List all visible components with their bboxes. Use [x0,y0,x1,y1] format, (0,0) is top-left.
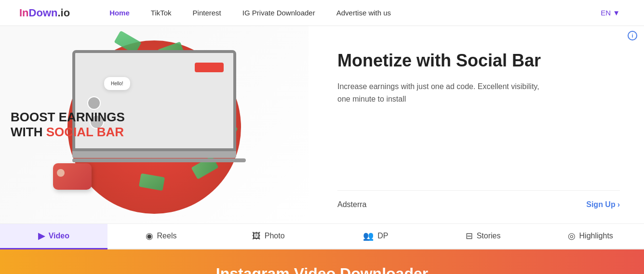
wallet-clasp [57,169,65,177]
tab-stories[interactable]: ⊟ Stories [429,224,537,249]
language-selector[interactable]: EN ▼ [596,0,625,26]
boost-line1: BOOST EARNINGS [11,110,125,125]
photo-icon: 🖼 [252,231,261,241]
tab-video[interactable]: ▶ Video [0,224,107,249]
logo-in: In [19,7,29,19]
laptop-foot [72,158,246,162]
logo-down: Down [29,7,58,19]
ad-image: Hello! BOOST EARNINGS [0,26,309,223]
ad-content: Monetize with Social Bar Increase earnin… [309,26,644,223]
highlights-icon: ◎ [568,231,576,241]
tab-reels-label: Reels [157,232,177,240]
hero-section: Instagram Video Downloader [0,249,644,274]
ad-brand: Adsterra [337,200,366,209]
boost-text: BOOST EARNINGS WITH SOCIAL BAR [11,110,125,140]
boost-line2a: WITH [11,125,46,139]
ad-banner: Hello! BOOST EARNINGS [0,26,644,224]
logo[interactable]: InDown.io [19,7,70,19]
language-label: EN [601,9,611,17]
main-nav: Home TikTok Pinterest IG Private Downloa… [99,0,596,26]
boost-social-bar: SOCIAL BAR [46,125,124,139]
ad-title: Monetize with Social Bar [337,50,620,71]
nav-item-pinterest[interactable]: Pinterest [182,0,232,26]
ad-visual: Hello! BOOST EARNINGS [0,26,309,223]
tab-bar: ▶ Video ◉ Reels 🖼 Photo 👥 DP ⊟ Stories ◎… [0,224,644,249]
tab-dp-label: DP [377,232,388,240]
laptop-base [72,151,236,158]
tab-photo-label: Photo [265,232,285,240]
tab-reels[interactable]: ◉ Reels [107,224,215,249]
tab-highlights-label: Highlights [579,232,613,240]
ad-body: Monetize with Social Bar Increase earnin… [337,50,620,105]
logo-io: .io [57,7,70,19]
chevron-right-icon: › [617,200,620,209]
tab-video-label: Video [49,232,69,240]
dp-icon: 👥 [363,231,374,241]
signup-label: Sign Up [586,200,615,209]
nav-item-advertise[interactable]: Advertise with us [326,0,402,26]
tab-highlights[interactable]: ◎ Highlights [537,224,644,249]
ad-description: Increase earnings with just one ad code.… [337,80,550,105]
ad-signup-link[interactable]: Sign Up › [586,200,620,209]
hero-title: Instagram Video Downloader [10,265,634,274]
wallet [53,163,92,190]
tab-dp[interactable]: 👥 DP [322,224,429,249]
boost-line2: WITH SOCIAL BAR [11,125,125,140]
notification-bar [195,63,224,72]
tab-stories-label: Stories [477,232,501,240]
stories-icon: ⊟ [466,231,473,241]
chevron-down-icon: ▼ [613,9,620,17]
nav-item-home[interactable]: Home [99,0,140,26]
nav-item-ig-private[interactable]: IG Private Downloader [232,0,326,26]
tab-photo[interactable]: 🖼 Photo [215,224,322,249]
video-icon: ▶ [38,231,45,241]
ad-footer: Adsterra Sign Up › [337,190,620,209]
chat-bubble: Hello! [104,77,130,90]
nav-item-tiktok[interactable]: TikTok [140,0,182,26]
avatar-circle-2 [87,96,101,110]
reels-icon: ◉ [146,231,153,241]
header: InDown.io Home TikTok Pinterest IG Priva… [0,0,644,26]
info-icon[interactable]: i [628,31,637,40]
